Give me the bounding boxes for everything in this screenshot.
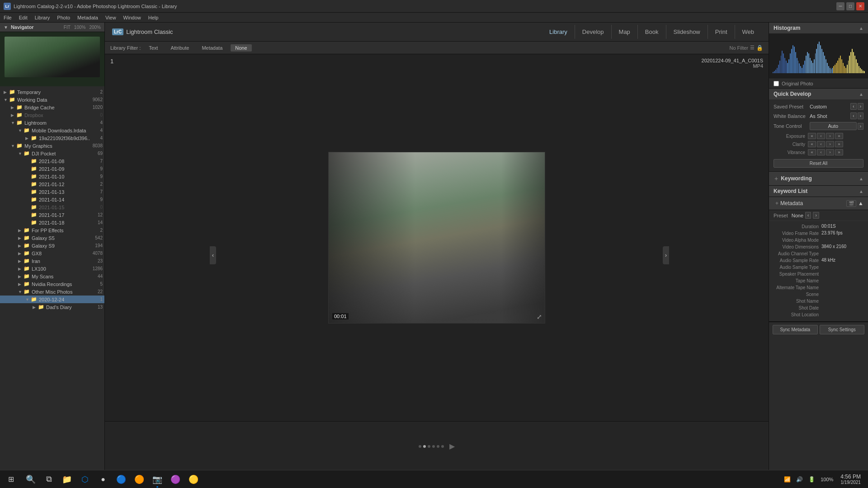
saved-preset-prev-button[interactable]: ‹ xyxy=(850,103,856,110)
folder-item[interactable]: ▶ 📁 Iran 23 xyxy=(0,257,104,265)
clarity-r-button[interactable]: › xyxy=(826,141,834,147)
filmstrip-dot[interactable] xyxy=(419,445,421,448)
metadata-preset-prev-button[interactable]: ‹ xyxy=(805,212,811,219)
filmstrip-dot[interactable] xyxy=(441,445,444,448)
reset-all-button[interactable]: Reset All xyxy=(774,159,863,168)
filmstrip-dot[interactable] xyxy=(437,445,439,448)
filmstrip-next-icon[interactable]: ▶ xyxy=(449,442,455,450)
sync-settings-button[interactable]: Sync Settings xyxy=(820,325,865,334)
keywording-header[interactable]: + Keywording ▲ xyxy=(769,172,868,185)
folder-item[interactable]: ▶ 📁 Nvidia Recordings 5 xyxy=(0,280,104,288)
folder-item-selected[interactable]: ▼ 📁 2020-12-24 1 xyxy=(0,296,104,303)
taskbar-app-4[interactable]: 🟡 xyxy=(184,470,203,488)
folder-item[interactable]: ▶ 📁 Dad's Diary 13 xyxy=(0,303,104,311)
menu-window[interactable]: Window xyxy=(123,15,141,20)
folder-item[interactable]: 📁 2021-01-15 0 xyxy=(0,203,104,211)
chrome-icon[interactable]: ● xyxy=(94,470,112,488)
menu-photo[interactable]: Photo xyxy=(57,15,70,20)
wb-prev-button[interactable]: ‹ xyxy=(850,113,856,119)
add-keyword-button[interactable]: + xyxy=(774,174,779,183)
taskbar-app-2[interactable]: 🟠 xyxy=(130,470,148,488)
minimize-button[interactable]: ─ xyxy=(836,2,844,10)
navigator-header[interactable]: ▼ Navigator FIT 100% 200% xyxy=(0,23,104,32)
folder-item[interactable]: ▶ 📁 GX8 4078 xyxy=(0,249,104,257)
module-slideshow[interactable]: Slideshow xyxy=(666,25,708,39)
filter-metadata-button[interactable]: Metadata xyxy=(197,44,227,52)
module-develop[interactable]: Develop xyxy=(575,25,611,39)
metadata-header[interactable]: + Metadata 🎬 ▲ xyxy=(769,197,868,210)
taskbar-app-1[interactable]: 🔵 xyxy=(112,470,130,488)
taskbar-app-3[interactable]: 🟣 xyxy=(166,470,184,488)
folder-item[interactable]: ▼ 📁 DJI Pocket 69 xyxy=(0,150,104,157)
folder-item[interactable]: ▶ 📁 Galaxy S5 542 xyxy=(0,234,104,242)
menu-metadata[interactable]: Metadata xyxy=(77,15,98,20)
folder-item[interactable]: ▶ 📁 Dropbox 0 xyxy=(0,111,104,119)
sync-metadata-button[interactable]: Sync Metadata xyxy=(773,325,818,334)
folder-item[interactable]: ▶ 📁 Bridge Cache 1020 xyxy=(0,103,104,111)
menu-file[interactable]: File xyxy=(4,15,12,20)
network-icon[interactable]: 📶 xyxy=(782,474,793,484)
saved-preset-next-button[interactable]: › xyxy=(858,103,863,110)
search-taskbar-icon[interactable]: 🔍 xyxy=(22,470,40,488)
folder-item[interactable]: ▼ 📁 Other Misc Photos 22 xyxy=(0,288,104,296)
task-view-icon[interactable]: ⧉ xyxy=(40,470,58,488)
time-display[interactable]: 4:56 PM 1/19/2021 xyxy=(837,472,864,487)
folder-item[interactable]: 📁 2021-01-08 7 xyxy=(0,157,104,165)
filter-text-button[interactable]: Text xyxy=(144,44,162,52)
menu-edit[interactable]: Edit xyxy=(19,15,28,20)
exposure-ll-button[interactable]: « xyxy=(808,133,816,139)
filter-lock-icon[interactable]: 🔒 xyxy=(756,45,763,51)
module-library[interactable]: Library xyxy=(542,25,575,39)
zoom-200[interactable]: 200% xyxy=(89,25,101,30)
folder-item[interactable]: ▶ 📁 My Scans 44 xyxy=(0,272,104,280)
original-photo-checkbox[interactable] xyxy=(774,81,779,86)
quick-develop-header[interactable]: Quick Develop ▲ xyxy=(769,89,868,99)
folder-item[interactable]: ▼ 📁 Lightroom 4 xyxy=(0,119,104,127)
filter-menu-icon[interactable]: ☰ xyxy=(750,45,755,51)
folder-item[interactable]: ▼ 📁 Working Data 9062 xyxy=(0,96,104,103)
module-web[interactable]: Web xyxy=(735,25,762,39)
battery-icon[interactable]: 🔋 xyxy=(807,474,817,484)
folder-item[interactable]: ▼ 📁 Mobile Downloads.lrdata 4 xyxy=(0,127,104,134)
filter-none-button[interactable]: None xyxy=(231,44,251,52)
module-book[interactable]: Book xyxy=(637,25,666,39)
folder-item[interactable]: ▶ 📁 Temporary 2 xyxy=(0,88,104,96)
exposure-r-button[interactable]: › xyxy=(826,133,834,139)
folder-item[interactable]: ▶ 📁 Galaxy S9 194 xyxy=(0,242,104,249)
photo-container[interactable]: 00:01 ⤢ xyxy=(328,152,545,324)
filter-attribute-button[interactable]: Attribute xyxy=(166,44,193,52)
clarity-rr-button[interactable]: » xyxy=(835,141,843,147)
folder-item[interactable]: 📁 2021-01-14 9 xyxy=(0,196,104,203)
left-panel-collapse-tab[interactable]: ‹ xyxy=(210,246,216,264)
menu-view[interactable]: View xyxy=(105,15,116,20)
folder-item[interactable]: ▶ 📁 LX100 1286 xyxy=(0,265,104,272)
keyword-list-header[interactable]: Keyword List ▲ xyxy=(769,186,868,197)
folder-item[interactable]: ▶ 📁 For PP Effects 2 xyxy=(0,226,104,234)
metadata-preset-next-button[interactable]: › xyxy=(813,212,819,219)
folder-item[interactable]: ▶ 📁 19a221092f36b9d396.. 4 xyxy=(0,134,104,142)
folder-item[interactable]: 📁 2021-01-18 14 xyxy=(0,219,104,226)
exposure-l-button[interactable]: ‹ xyxy=(817,133,825,139)
lightroom-taskbar-icon[interactable]: 📷 xyxy=(148,470,166,488)
folder-item[interactable]: 📁 2021-01-17 12 xyxy=(0,211,104,219)
zoom-100[interactable]: 100% xyxy=(74,25,86,30)
video-expand-icon[interactable]: ⤢ xyxy=(537,313,542,320)
start-button[interactable]: ⊞ xyxy=(0,470,22,488)
volume-icon[interactable]: 🔊 xyxy=(794,474,805,484)
vibrance-ll-button[interactable]: « xyxy=(808,149,816,155)
metadata-plus-button[interactable]: + xyxy=(774,199,780,207)
right-panel-collapse-tab[interactable]: › xyxy=(663,246,669,264)
module-print[interactable]: Print xyxy=(708,25,735,39)
maximize-button[interactable]: □ xyxy=(846,2,854,10)
clarity-l-button[interactable]: ‹ xyxy=(817,141,825,147)
module-map[interactable]: Map xyxy=(611,25,637,39)
close-button[interactable]: ✕ xyxy=(856,2,864,10)
exposure-rr-button[interactable]: » xyxy=(835,133,843,139)
vibrance-rr-button[interactable]: » xyxy=(835,149,843,155)
filmstrip-dot[interactable] xyxy=(432,445,435,448)
folder-item[interactable]: ▼ 📁 My Graphics 8038 xyxy=(0,142,104,150)
wb-next-button[interactable]: › xyxy=(858,113,863,119)
metadata-video-icon[interactable]: 🎬 xyxy=(846,200,856,207)
explorer-icon[interactable]: 📁 xyxy=(58,470,76,488)
folder-item[interactable]: 📁 2021-01-10 9 xyxy=(0,173,104,180)
